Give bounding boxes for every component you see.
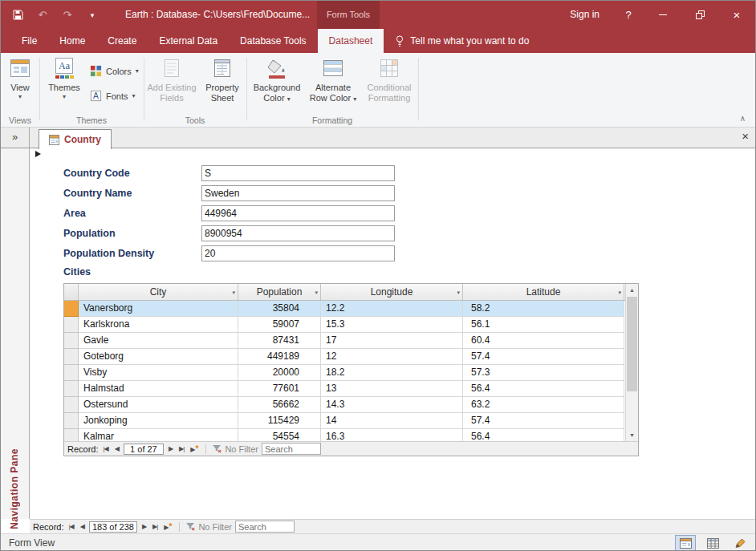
chevron-down-icon[interactable]: ▾ [618,284,621,301]
table-row[interactable]: Vanersborg 35804 12.2 58.2 [64,301,625,317]
cell-population[interactable]: 77601 [238,381,321,397]
table-row[interactable]: Kalmar 54554 16.3 56.4 [64,429,625,441]
collapse-ribbon-button[interactable]: ∧ [740,114,746,123]
cell-longitude[interactable]: 15.3 [321,317,463,333]
row-selector[interactable] [64,317,79,333]
cell-population[interactable]: 87431 [238,333,321,349]
cell-population[interactable]: 449189 [238,349,321,365]
cell-longitude[interactable]: 14.3 [321,397,463,413]
cell-population[interactable]: 115429 [238,413,321,429]
redo-button[interactable]: ↷ [60,8,75,22]
row-selector[interactable] [64,381,79,397]
cell-population[interactable]: 56662 [238,397,321,413]
previous-record-button[interactable]: ◀ [79,523,86,530]
next-record-button[interactable]: ▶ [167,445,174,452]
cell-latitude[interactable]: 57.4 [463,349,624,365]
property-sheet-button[interactable]: Property Sheet [200,55,245,103]
cell-city[interactable]: Vanersborg [79,301,238,317]
tab-create[interactable]: Create [96,29,148,53]
cell-city[interactable]: Karlskrona [79,317,238,333]
minimize-button[interactable] [644,1,681,29]
row-selector[interactable] [64,397,79,413]
table-row[interactable]: Halmstad 77601 13 56.4 [64,381,625,397]
scroll-up-icon[interactable]: ▲ [626,284,638,296]
row-selector[interactable] [64,365,79,381]
country-code-field[interactable] [201,165,395,181]
tab-external-data[interactable]: External Data [148,29,229,53]
cell-longitude[interactable]: 12 [321,349,463,365]
colors-button[interactable]: Colors ▾ [90,65,139,77]
view-shortcut-datasheet-button[interactable] [702,535,723,551]
view-button[interactable]: View ▾ [4,55,36,100]
chevron-down-icon[interactable]: ▾ [315,284,318,301]
alternate-row-color-button[interactable]: Alternate Row Color ▾ [306,55,360,103]
area-field[interactable] [201,205,395,221]
tab-file[interactable]: File [10,29,48,53]
first-record-button[interactable]: |◀ [67,523,75,530]
previous-record-button[interactable]: ◀ [113,445,120,452]
record-position-box[interactable]: 1 of 27 [124,444,164,455]
scrollbar-thumb[interactable] [627,297,637,391]
cell-city[interactable]: Kalmar [79,429,238,441]
navigation-pane-collapsed[interactable]: Navigation Pane [1,148,30,519]
cell-latitude[interactable]: 58.2 [463,301,624,317]
next-record-button[interactable]: ▶ [140,523,148,530]
column-header-population[interactable]: Population▾ [238,284,321,300]
customize-qat-button[interactable]: ▾ [85,8,100,22]
main-search-input[interactable] [235,521,295,533]
vertical-scrollbar[interactable]: ▲ ▼ [625,284,638,441]
chevron-down-icon[interactable]: ▾ [457,284,460,301]
nav-pane-expand-button[interactable]: » [1,128,30,148]
row-selector[interactable] [64,349,79,365]
cell-latitude[interactable]: 63.2 [463,397,624,413]
cell-latitude[interactable]: 57.4 [463,413,624,429]
chevron-down-icon[interactable]: ▾ [232,284,235,301]
table-row[interactable]: Karlskrona 59007 15.3 56.1 [64,317,625,333]
new-record-button[interactable]: ▶* [162,522,173,531]
cell-city[interactable]: Ostersund [79,397,238,413]
cell-latitude[interactable]: 56.1 [463,317,624,333]
close-document-button[interactable]: × [742,129,749,143]
cell-population[interactable]: 35804 [238,301,321,317]
save-button[interactable] [10,8,25,22]
column-header-longitude[interactable]: Longitude▾ [321,284,463,300]
column-header-city[interactable]: City▾ [79,284,238,300]
cell-latitude[interactable]: 56.4 [463,429,624,441]
restore-button[interactable] [681,1,718,29]
record-position-box[interactable]: 183 of 238 [89,521,137,533]
row-selector[interactable] [64,413,79,429]
cell-population[interactable]: 20000 [238,365,321,381]
tab-country[interactable]: Country [39,129,112,149]
cell-longitude[interactable]: 12.2 [321,301,463,317]
cell-longitude[interactable]: 13 [321,381,463,397]
background-color-button[interactable]: Background Color ▾ [250,55,304,103]
cell-longitude[interactable]: 18.2 [321,365,463,381]
themes-button[interactable]: Aa Themes ▾ [41,55,87,100]
select-all-corner[interactable] [64,284,79,300]
tab-home[interactable]: Home [48,29,96,53]
cell-city[interactable]: Gavle [79,333,238,349]
view-shortcut-design-button[interactable] [730,535,750,551]
table-row[interactable]: Gavle 87431 17 60.4 [64,333,625,349]
no-filter-button[interactable]: No Filter [185,522,232,532]
cell-longitude[interactable]: 17 [321,333,463,349]
row-selector[interactable] [64,429,79,441]
cell-city[interactable]: Halmstad [79,381,238,397]
tab-datasheet[interactable]: Datasheet [318,29,384,53]
new-record-button[interactable]: ▶* [189,444,200,453]
tab-database-tools[interactable]: Database Tools [229,29,318,53]
cell-city[interactable]: Goteborg [79,349,238,365]
country-name-field[interactable] [201,185,395,201]
subform-search-input[interactable] [262,443,321,455]
close-button[interactable]: × [718,1,755,29]
last-record-button[interactable]: ▶| [151,523,159,530]
undo-button[interactable]: ↶ [35,8,50,22]
cell-longitude[interactable]: 16.3 [321,429,463,441]
table-row[interactable]: Visby 20000 18.2 57.3 [64,365,625,381]
row-selector[interactable] [64,333,79,349]
fonts-button[interactable]: A Fonts ▾ [90,90,136,102]
cell-city[interactable]: Jonkoping [79,413,238,429]
table-row[interactable]: Ostersund 56662 14.3 63.2 [64,397,625,413]
cell-latitude[interactable]: 60.4 [463,333,624,349]
sign-in-button[interactable]: Sign in [557,1,612,29]
